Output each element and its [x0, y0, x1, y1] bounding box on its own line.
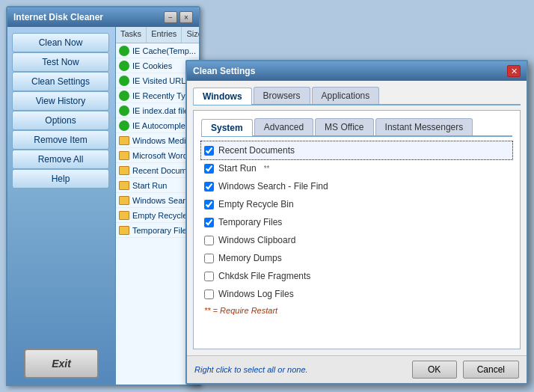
sidebar: Clean NowTest NowClean SettingsView Hist…	[7, 27, 116, 385]
checkbox-windows-clipboard[interactable]	[204, 236, 214, 245]
sidebar-btn-remove-all[interactable]: Remove All	[12, 150, 109, 169]
outer-tab-applications[interactable]: Applications	[312, 87, 380, 104]
dialog-footer: Right click to select all or none. OK Ca…	[187, 355, 527, 383]
sidebar-btn-options[interactable]: Options	[12, 111, 109, 130]
right-click-hint: Right click to select all or none.	[194, 365, 308, 374]
checkbox-row-chkdsk-file-fragments: Chkdsk File Fragments	[201, 267, 512, 285]
checkbox-row-windows-log-files: Windows Log Files	[201, 285, 512, 303]
folder-icon	[119, 180, 129, 191]
folder-icon	[119, 165, 129, 176]
green-dot-icon	[119, 46, 129, 56]
checkbox-row-temporary-files: Temporary Files	[201, 213, 512, 231]
sidebar-btn-help[interactable]: Help	[12, 169, 109, 189]
task-name-label: IE Visited URL...	[132, 76, 193, 85]
main-window: Internet Disk Cleaner − × Clean NowTest …	[6, 6, 200, 386]
checkbox-windows-search[interactable]	[204, 182, 214, 192]
green-dot-icon	[119, 91, 129, 101]
inner-tab-instant-messengers[interactable]: Instant Messengers	[375, 118, 473, 135]
inner-panel: SystemAdvancedMS OfficeInstant Messenger…	[193, 110, 521, 349]
titlebar-controls: − ×	[164, 11, 193, 23]
checkbox-label-windows-log-files: Windows Log Files	[218, 289, 294, 299]
folder-icon	[119, 225, 129, 236]
folder-icon	[119, 135, 129, 146]
checkbox-empty-recycle-bin[interactable]	[204, 200, 214, 209]
outer-tab-row: WindowsBrowsersApplications	[193, 87, 521, 105]
col-entries: Entries	[147, 27, 182, 43]
sidebar-btn-view-history[interactable]: View History	[12, 91, 109, 111]
cancel-button[interactable]: Cancel	[463, 361, 519, 379]
checkbox-label-start-run: Start Run	[218, 163, 257, 174]
checkbox-label-recent-documents: Recent Documents	[218, 145, 295, 156]
checkbox-row-empty-recycle-bin: Empty Recycle Bin	[201, 195, 512, 213]
checkbox-memory-dumps[interactable]	[204, 254, 214, 263]
minimize-button[interactable]: −	[164, 11, 177, 23]
folder-icon	[119, 150, 129, 161]
sidebar-btn-clean-now[interactable]: Clean Now	[12, 33, 109, 52]
checkbox-row-windows-clipboard: Windows Clipboard	[201, 231, 512, 249]
col-size: Size(KB)	[182, 27, 199, 43]
checkbox-row-memory-dumps: Memory Dumps	[201, 249, 512, 267]
sidebar-btn-remove-item[interactable]: Remove Item	[12, 130, 109, 150]
main-titlebar: Internet Disk Cleaner − ×	[7, 7, 199, 27]
sidebar-btn-clean-settings[interactable]: Clean Settings	[12, 72, 109, 91]
green-dot-icon	[119, 120, 129, 131]
dialog-title: Clean Settings	[193, 66, 255, 76]
checkbox-start-run[interactable]	[204, 164, 214, 174]
dialog-body: WindowsBrowsersApplications SystemAdvanc…	[187, 81, 527, 355]
checkbox-row-recent-documents: Recent Documents	[201, 141, 512, 159]
table-row[interactable]: IE Cache(Temp...	[116, 43, 199, 58]
inner-tab-advanced[interactable]: Advanced	[254, 118, 313, 135]
main-window-title: Internet Disk Cleaner	[13, 12, 103, 22]
task-name-label: Start Run	[132, 181, 167, 190]
folder-icon	[119, 210, 129, 221]
require-restart-hint: ** = Require Restart	[201, 303, 512, 318]
checkbox-temporary-files[interactable]	[204, 218, 214, 227]
checkbox-label-windows-clipboard: Windows Clipboard	[218, 235, 295, 245]
inner-tab-ms-office[interactable]: MS Office	[315, 118, 373, 135]
checkbox-label-memory-dumps: Memory Dumps	[218, 253, 282, 263]
task-name-label: IE Cookies	[132, 61, 172, 70]
folder-icon	[119, 195, 129, 206]
checkbox-chkdsk-file-fragments[interactable]	[204, 272, 214, 281]
footer-buttons: OK Cancel	[412, 361, 519, 379]
main-body: Clean NowTest NowClean SettingsView Hist…	[7, 27, 199, 385]
col-tasks: Tasks	[116, 27, 147, 43]
checkbox-row-windows-search: Windows Search - File Find	[201, 177, 512, 195]
sidebar-spacer	[12, 192, 111, 197]
ok-button[interactable]: OK	[412, 361, 457, 379]
checkbox-label-empty-recycle-bin: Empty Recycle Bin	[218, 199, 294, 209]
dialog-titlebar: Clean Settings ✕	[187, 61, 527, 81]
task-name-label: IE index.dat file	[132, 106, 188, 115]
inner-tab-row: SystemAdvancedMS OfficeInstant Messenger…	[201, 118, 512, 137]
task-name-label: IE Cache(Temp...	[132, 46, 196, 55]
checkbox-label-chkdsk-file-fragments: Chkdsk File Fragments	[218, 271, 310, 281]
green-dot-icon	[119, 61, 129, 71]
checkbox-windows-log-files[interactable]	[204, 290, 214, 299]
exit-button[interactable]: Exit	[24, 349, 99, 379]
green-dot-icon	[119, 105, 129, 116]
close-button[interactable]: ×	[179, 11, 193, 23]
task-name-label: IE Recently Ty...	[132, 91, 191, 100]
checkbox-row-start-run: Start Run**	[201, 159, 512, 177]
dialog-close-button[interactable]: ✕	[507, 65, 521, 77]
sidebar-btn-test-now[interactable]: Test Now	[12, 52, 109, 72]
checkbox-label-temporary-files: Temporary Files	[218, 217, 282, 227]
tasks-header: Tasks Entries Size(KB) Status	[116, 27, 199, 43]
clean-settings-dialog: Clean Settings ✕ WindowsBrowsersApplicat…	[185, 60, 528, 385]
checkbox-label-windows-search: Windows Search - File Find	[218, 181, 328, 192]
outer-tab-browsers[interactable]: Browsers	[254, 87, 310, 104]
checkbox-list: Recent DocumentsStart Run**Windows Searc…	[201, 141, 512, 303]
inner-tab-system[interactable]: System	[201, 119, 253, 136]
outer-tab-windows[interactable]: Windows	[193, 88, 252, 105]
task-name-label: Temporary Files	[132, 226, 191, 235]
checkbox-suffix-start-run: **	[264, 165, 270, 173]
checkbox-recent-documents[interactable]	[204, 146, 214, 156]
green-dot-icon	[119, 76, 129, 86]
